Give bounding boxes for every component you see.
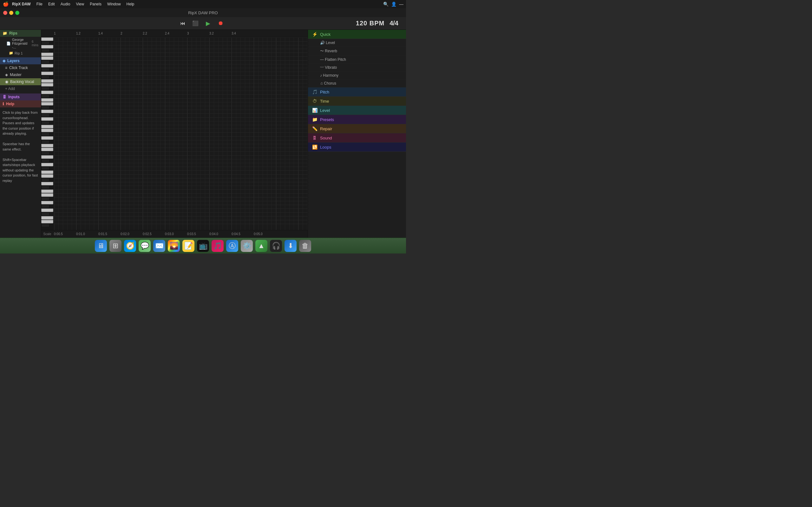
help-menu[interactable]: Help — [124, 1, 137, 7]
sound-section[interactable]: 🎛 Sound — [308, 133, 406, 143]
rip-1-name: Rip 1 — [14, 51, 23, 55]
audio-menu[interactable]: Audio — [58, 1, 73, 7]
loops-section[interactable]: 🔁 Loops — [308, 143, 406, 152]
minimize-button[interactable] — [9, 11, 13, 15]
file-menu[interactable]: File — [34, 1, 45, 7]
stop-button[interactable]: ⬛ — [191, 19, 200, 28]
chorus-sub-item[interactable]: ♫ Chorus — [308, 79, 406, 88]
scale-label: Scale — [41, 232, 53, 236]
grid-area[interactable] — [54, 38, 308, 230]
bpm-display[interactable]: 120 BPM — [356, 20, 385, 27]
presets-icon: 📁 — [312, 117, 317, 122]
rip-george[interactable]: 📄 George Fitzgerald -... 6 mins — [0, 37, 41, 50]
quick-label: Quick — [320, 32, 331, 37]
rip-1[interactable]: 📁 Rip 1 — [0, 50, 41, 56]
time-3-5: 0:03.5 — [187, 232, 209, 236]
dock-photos[interactable]: 🌄 — [168, 240, 180, 252]
add-layer-button[interactable]: + Add — [0, 85, 41, 92]
layers-icon: ◈ — [3, 59, 5, 63]
rip-george-meta: 6 mins — [32, 40, 38, 47]
close-icon[interactable]: — — [399, 2, 403, 7]
title-bar: RipX DAW PRO — [0, 8, 406, 17]
rewind-button[interactable]: ⏮ — [178, 19, 187, 28]
master-name: Master — [10, 72, 21, 77]
zoom-button[interactable] — [15, 11, 19, 15]
presets-section[interactable]: 📁 Presets — [308, 115, 406, 124]
user-icon[interactable]: 👤 — [391, 2, 397, 7]
master-layer[interactable]: ◈ Master — [0, 71, 41, 78]
time-4-0: 0:04.0 — [209, 232, 232, 236]
vibrato-sub-icon: 〰 — [320, 65, 324, 70]
click-track-layer[interactable]: ≡ Click Track — [0, 64, 41, 71]
bar-ruler: 1 1.2 1.4 2 2.2 2.4 3 3.2 3.4 — [41, 30, 308, 38]
pitch-icon: 🎵 — [312, 89, 317, 95]
flatten-pitch-sub-icon: — — [320, 57, 324, 62]
dock-trash[interactable]: 🗑 — [299, 240, 311, 252]
help-text-1: Click to play back from cursor/loophead.… — [3, 110, 38, 136]
dock-music[interactable]: 🎵 — [212, 240, 223, 252]
time-icon: ⏱ — [312, 99, 317, 104]
edit-menu[interactable]: Edit — [46, 1, 57, 7]
help-label: Help — [6, 102, 14, 106]
reverb-sub-item[interactable]: 〜 Reverb — [308, 47, 406, 56]
dock-migration[interactable]: ▲ — [255, 240, 267, 252]
quick-section[interactable]: ⚡ Quick — [308, 30, 406, 39]
sound-label: Sound — [320, 135, 332, 140]
play-button[interactable]: ▶ — [204, 19, 212, 28]
dock-settings[interactable]: ⚙️ — [241, 240, 253, 252]
dock-appstore[interactable]: Ⓐ — [226, 240, 238, 252]
mark-1-2: 1.2 — [76, 32, 98, 35]
time-0-5: 0:00.5 — [54, 232, 76, 236]
apple-menu[interactable]: 🍎 — [3, 1, 9, 7]
dock-headphones[interactable]: 🎧 — [270, 240, 282, 252]
flatten-pitch-sub-item[interactable]: — Flatten Pitch — [308, 56, 406, 64]
vibrato-sub-label: Vibrato — [325, 65, 337, 70]
reverb-sub-icon: 〜 — [320, 49, 324, 53]
help-content: Click to play back from cursor/loophead.… — [0, 107, 41, 186]
panels-menu[interactable]: Panels — [87, 1, 104, 7]
dock-safari[interactable]: 🧭 — [124, 240, 136, 252]
help-section-header[interactable]: ℹ Help — [0, 101, 41, 107]
dock-downloader[interactable]: ⬇ — [285, 240, 297, 252]
dock-finder[interactable]: 🖥 — [95, 240, 107, 252]
rip-folder-icon: 📁 — [9, 51, 13, 55]
time-section[interactable]: ⏱ Time — [308, 97, 406, 106]
app-name-menu[interactable]: RipX DAW — [9, 1, 33, 7]
time-1-0: 0:01.0 — [76, 232, 98, 236]
dock-mail[interactable]: ✉️ — [153, 240, 165, 252]
level-sub-icon: 🔊 — [320, 41, 325, 45]
rips-folder-icon: 📁 — [3, 31, 7, 36]
master-icon: ◈ — [5, 72, 8, 77]
sound-icon: 🎛 — [312, 135, 317, 140]
inputs-section-header[interactable]: 🎛 Inputs — [0, 94, 41, 101]
pitch-section[interactable]: 🎵 Pitch — [308, 88, 406, 97]
presets-label: Presets — [320, 117, 334, 122]
close-button[interactable] — [3, 11, 7, 15]
dock-messages[interactable]: 💬 — [139, 240, 151, 252]
mark-1-4: 1.4 — [98, 32, 120, 35]
repair-section[interactable]: ✏️ Repair — [308, 124, 406, 133]
level-sub-item[interactable]: 🔊 Level — [308, 39, 406, 47]
layers-section-header[interactable]: ◈ Layers — [0, 57, 41, 64]
dock-notes[interactable]: 📝 — [183, 240, 194, 252]
search-icon[interactable]: 🔍 — [383, 2, 389, 7]
harmony-sub-item[interactable]: ♪ Harmony — [308, 72, 406, 79]
mark-3-2: 3.2 — [209, 32, 232, 35]
chorus-sub-icon: ♫ — [320, 81, 323, 86]
level-section[interactable]: 📊 Level — [308, 106, 406, 115]
window-menu[interactable]: Window — [105, 1, 123, 7]
view-menu[interactable]: View — [73, 1, 87, 7]
time-signature[interactable]: 4/4 — [390, 20, 398, 27]
record-button[interactable]: ⏺ — [216, 19, 225, 28]
dock-appletv[interactable]: 📺 — [197, 240, 209, 252]
level-sub-label: Level — [326, 41, 335, 45]
reverb-sub-label: Reverb — [325, 49, 337, 53]
mark-3-4: 3.4 — [232, 32, 254, 35]
pitch-label: Pitch — [320, 90, 329, 95]
click-track-icon: ≡ — [5, 66, 7, 70]
vibrato-sub-item[interactable]: 〰 Vibrato — [308, 64, 406, 72]
mark-1: 1 — [54, 32, 76, 35]
rips-section-header[interactable]: 📁 Rips — [0, 30, 41, 37]
dock-launchpad[interactable]: ⊞ — [109, 240, 121, 252]
backing-vocal-layer[interactable]: ◉ Backing Vocal — [0, 78, 41, 85]
